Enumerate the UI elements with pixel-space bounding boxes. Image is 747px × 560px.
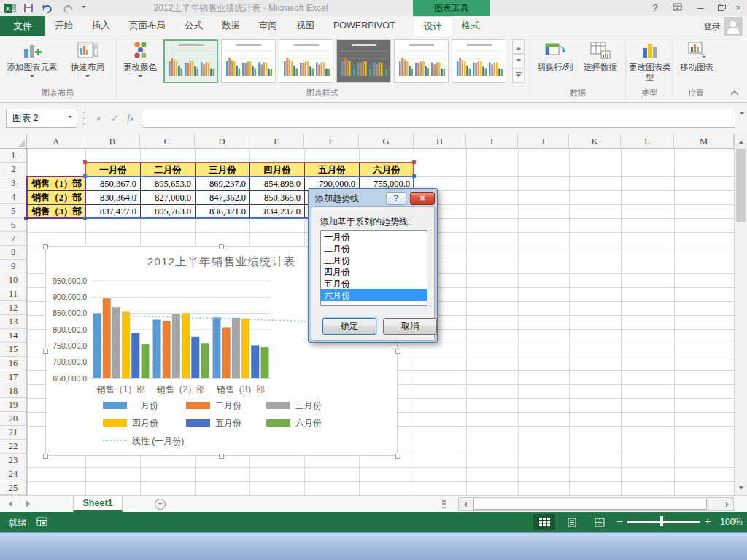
column-header-C[interactable]: C	[140, 134, 195, 149]
tab-home[interactable]: 开始	[45, 16, 82, 36]
range-handle[interactable]	[83, 174, 87, 178]
row-header-23[interactable]: 23	[0, 454, 27, 467]
row-header-15[interactable]: 15	[0, 343, 27, 357]
range-handle[interactable]	[412, 160, 416, 164]
formula-cancel-icon[interactable]: ×	[90, 109, 107, 128]
chart-bar-series6-cat3[interactable]	[261, 347, 269, 378]
chart-bar-series4-cat1[interactable]	[122, 311, 130, 378]
select-all-corner[interactable]	[0, 134, 27, 149]
row-header-2[interactable]: 2	[0, 163, 27, 176]
row-header-24[interactable]: 24	[0, 467, 27, 481]
dialog-title-bar[interactable]: 添加趋势线 ? ×	[309, 189, 437, 206]
chart-selection-handle[interactable]	[219, 244, 224, 249]
chart-bar-series5-cat2[interactable]	[191, 337, 199, 378]
cell-month-header-6[interactable]: 六月份	[359, 163, 414, 177]
chart-bar-series5-cat1[interactable]	[131, 332, 139, 378]
column-header-J[interactable]: J	[518, 134, 569, 149]
sheet-nav-right-icon[interactable]	[26, 500, 30, 508]
legend-swatch-3[interactable]	[266, 402, 290, 409]
dialog-help-icon[interactable]: ?	[386, 192, 406, 205]
add-trendline-dialog[interactable]: 添加趋势线 ? × 添加基于系列的趋势线: 一月份二月份三月份四月份五月份六月份…	[308, 188, 438, 343]
chart-selection-handle[interactable]	[43, 349, 48, 354]
row-header-5[interactable]: 5	[0, 204, 27, 218]
row-header-10[interactable]: 10	[0, 273, 27, 287]
row-header-11[interactable]: 11	[0, 287, 27, 301]
cell-value-D4[interactable]: 847,362.0	[195, 190, 250, 205]
zoom-slider-track[interactable]	[627, 521, 700, 523]
gallery-scroll-up-icon[interactable]	[512, 39, 525, 54]
row-header-1[interactable]: 1	[0, 149, 27, 163]
add-chart-element-button[interactable]: 添加图表元素	[4, 38, 60, 79]
row-header-22[interactable]: 22	[0, 440, 27, 454]
cell-value-B3[interactable]: 850,367.0	[85, 176, 141, 191]
chart-style-5[interactable]	[394, 39, 449, 83]
view-normal-icon[interactable]	[533, 514, 555, 530]
cell-value-B4[interactable]: 830,364.0	[85, 190, 141, 205]
legend-swatch-5[interactable]	[186, 419, 210, 427]
chart-bar-series1-cat1[interactable]	[93, 314, 101, 378]
row-header-17[interactable]: 17	[0, 370, 27, 384]
help-icon[interactable]: ?	[646, 1, 664, 14]
tab-file[interactable]: 文件	[0, 16, 45, 36]
zoom-in-icon[interactable]: +	[705, 516, 711, 527]
cell-value-C4[interactable]: 827,000.0	[140, 190, 196, 205]
tab-powerpivot[interactable]: POWERPIVOT	[324, 16, 405, 36]
cancel-button[interactable]: 取消	[383, 318, 437, 335]
cell-month-header-5[interactable]: 五月份	[304, 163, 360, 177]
cell-value-C3[interactable]: 895,653.0	[140, 176, 196, 191]
chart-style-1[interactable]	[163, 39, 218, 83]
cell-value-C5[interactable]: 805,763.0	[140, 204, 196, 219]
chart-bar-series5-cat3[interactable]	[251, 345, 259, 378]
chart-style-2[interactable]	[221, 39, 276, 83]
chart-selection-handle[interactable]	[43, 244, 48, 249]
trendline-series-listbox[interactable]: 一月份二月份三月份四月份五月份六月份	[320, 230, 427, 306]
select-data-button[interactable]: 选择数据	[578, 38, 622, 73]
tab-review[interactable]: 审阅	[249, 16, 287, 36]
row-header-12[interactable]: 12	[0, 301, 27, 315]
chart-bar-series4-cat2[interactable]	[182, 314, 190, 378]
row-header-13[interactable]: 13	[0, 315, 27, 329]
sheet-nav-left-icon[interactable]	[9, 500, 12, 508]
column-header-E[interactable]: E	[249, 134, 304, 149]
view-page-break-icon[interactable]	[589, 514, 611, 530]
formula-bar-expand-icon[interactable]	[740, 114, 744, 125]
tab-format[interactable]: 格式	[452, 16, 489, 36]
trendline-option-4[interactable]: 四月份	[321, 266, 427, 278]
row-header-3[interactable]: 3	[0, 176, 27, 190]
view-page-layout-icon[interactable]	[561, 514, 583, 530]
sheet-tab-sheet1[interactable]: Sheet1	[73, 496, 123, 512]
trendline-option-2[interactable]: 二月份	[321, 243, 427, 254]
legend-swatch-trendline[interactable]	[103, 440, 127, 441]
row-header-16[interactable]: 16	[0, 357, 27, 370]
row-header-21[interactable]: 21	[0, 426, 27, 440]
cell-month-header-1[interactable]: 一月份	[85, 163, 141, 177]
scroll-up-icon[interactable]	[735, 134, 747, 147]
chart-bar-series2-cat3[interactable]	[222, 327, 231, 378]
scroll-down-icon[interactable]	[735, 482, 747, 495]
cell-value-E5[interactable]: 834,237.0	[249, 204, 305, 219]
chart-selection-handle[interactable]	[43, 454, 48, 459]
chart-bar-series1-cat2[interactable]	[153, 319, 161, 378]
minimize-button[interactable]	[692, 1, 709, 14]
tab-design[interactable]: 设计	[414, 16, 452, 36]
zoom-slider-thumb[interactable]	[660, 516, 663, 526]
column-header-G[interactable]: G	[359, 134, 414, 149]
zoom-level[interactable]: 100%	[715, 517, 743, 527]
chart-selection-handle[interactable]	[395, 349, 400, 354]
legend-swatch-6[interactable]	[266, 419, 290, 427]
chart-selection-handle[interactable]	[395, 454, 400, 459]
tab-view[interactable]: 视图	[287, 16, 324, 36]
range-handle[interactable]	[24, 217, 28, 220]
vertical-scrollbar[interactable]	[734, 134, 747, 495]
trendline-option-3[interactable]: 三月份	[321, 254, 427, 266]
row-header-7[interactable]: 7	[0, 232, 27, 246]
save-icon[interactable]	[23, 3, 34, 13]
range-handle[interactable]	[83, 160, 87, 164]
chart-bar-series3-cat3[interactable]	[232, 318, 240, 378]
dialog-close-icon[interactable]: ×	[410, 192, 435, 205]
move-chart-button[interactable]: 移动图表	[676, 38, 718, 73]
column-header-K[interactable]: K	[569, 134, 621, 149]
close-button[interactable]: ×	[729, 1, 747, 14]
row-header-20[interactable]: 20	[0, 412, 27, 426]
macro-record-icon[interactable]	[36, 517, 47, 529]
